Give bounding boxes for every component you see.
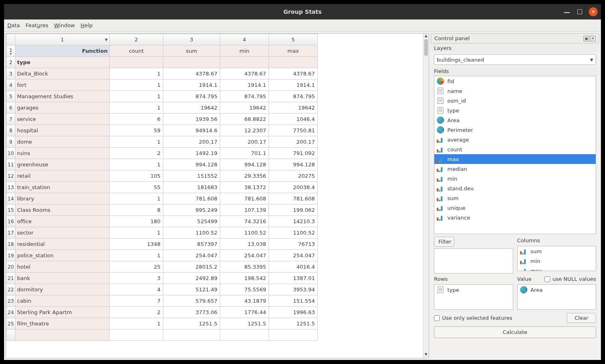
function-label-cell[interactable]: Function <box>15 45 110 57</box>
count-cell[interactable]: 3 <box>110 273 163 284</box>
col-header-3[interactable]: 3 <box>163 34 220 45</box>
type-cell[interactable]: Management Studies <box>15 91 110 102</box>
count-cell[interactable]: 1 <box>110 227 163 239</box>
rows-box[interactable]: type <box>434 284 513 310</box>
type-cell[interactable]: residential <box>15 239 110 250</box>
count-cell[interactable]: 2 <box>110 148 163 159</box>
dock-icon[interactable]: ▣ <box>583 36 589 41</box>
count-cell[interactable]: 6 <box>110 114 163 125</box>
row-header[interactable]: 7 <box>7 114 15 125</box>
type-cell[interactable]: bank <box>15 273 110 284</box>
field-item-unique[interactable]: unique <box>434 203 596 213</box>
max-cell[interactable]: 151.554 <box>269 295 318 307</box>
minimize-button[interactable]: — <box>563 8 571 16</box>
scroll-up-icon[interactable]: ▲ <box>423 34 429 39</box>
field-item-average[interactable]: average <box>434 135 596 144</box>
min-cell[interactable]: 75.5569 <box>220 284 269 295</box>
field-item-median[interactable]: median <box>434 164 596 174</box>
min-cell[interactable]: 29.3356 <box>220 170 269 182</box>
row-header[interactable]: 8 <box>7 125 15 136</box>
vertical-scrollbar[interactable]: ▲ ▼ <box>423 34 429 358</box>
sum-cell[interactable]: 151552 <box>163 170 220 182</box>
sum-cell[interactable]: 28015.2 <box>163 261 220 273</box>
min-cell[interactable]: 4378.67 <box>220 68 269 80</box>
field-item-max[interactable]: max <box>434 154 596 164</box>
min-cell[interactable]: 74.3216 <box>220 216 269 227</box>
count-cell[interactable]: 1348 <box>110 239 163 250</box>
field-item-variance[interactable]: variance <box>434 213 596 222</box>
sum-cell[interactable]: 1100.52 <box>163 227 220 239</box>
field-item-count[interactable]: count <box>434 144 596 154</box>
type-cell[interactable]: service <box>15 114 110 125</box>
field-item-name[interactable]: name <box>434 86 596 96</box>
row-header[interactable]: 21 <box>7 273 15 284</box>
row-header[interactable]: 24 <box>7 307 15 318</box>
count-cell[interactable]: 7 <box>110 295 163 307</box>
count-cell[interactable]: 180 <box>110 216 163 227</box>
max-cell[interactable]: 994.128 <box>269 159 318 170</box>
use-selected-checkbox[interactable] <box>434 315 440 321</box>
count-cell[interactable]: 105 <box>110 170 163 182</box>
max-cell[interactable]: 76713 <box>269 239 318 250</box>
menu-help[interactable]: Help <box>80 22 93 28</box>
box-item-Area[interactable]: Area <box>518 285 596 295</box>
row-header[interactable]: 10 <box>7 148 15 159</box>
box-item-sum[interactable]: sum <box>518 246 596 256</box>
row-header[interactable]: 20 <box>7 261 15 273</box>
min-cell[interactable]: 1776.44 <box>220 307 269 318</box>
max-cell[interactable]: 1046.4 <box>269 114 318 125</box>
row-header[interactable]: 23 <box>7 295 15 307</box>
type-cell[interactable]: Sterling Park Apartm <box>15 307 110 318</box>
sum-cell[interactable]: 4378.67 <box>163 68 220 80</box>
type-cell[interactable]: office <box>15 216 110 227</box>
sum-cell[interactable]: 994.128 <box>163 159 220 170</box>
row-header[interactable]: 18 <box>7 239 15 250</box>
field-item-type[interactable]: type <box>434 106 596 115</box>
row-header[interactable]: 16 <box>7 216 15 227</box>
field-item-sum[interactable]: sum <box>434 193 596 203</box>
max-cell[interactable]: 781.608 <box>269 193 318 205</box>
func-count[interactable]: count <box>110 45 163 57</box>
type-cell[interactable]: cabin <box>15 295 110 307</box>
row-header[interactable]: 17 <box>7 227 15 239</box>
max-cell[interactable]: 20275 <box>269 170 318 182</box>
row-header[interactable]: 12 <box>7 170 15 182</box>
field-item-osm_id[interactable]: osm_id <box>434 96 596 106</box>
type-label-cell[interactable]: type <box>15 57 110 68</box>
sum-cell[interactable]: 1492.19 <box>163 148 220 159</box>
min-cell[interactable]: 1914.1 <box>220 80 269 91</box>
type-cell[interactable]: greenhouse <box>15 159 110 170</box>
count-cell[interactable]: 2 <box>110 307 163 318</box>
row-header-2[interactable]: 2 <box>7 57 15 68</box>
min-cell[interactable]: 43.1879 <box>220 295 269 307</box>
row-header-empty[interactable] <box>7 330 15 341</box>
type-cell[interactable]: film_theatre <box>15 318 110 330</box>
sum-cell[interactable]: 19642 <box>163 102 220 114</box>
min-cell[interactable]: 12.2307 <box>220 125 269 136</box>
count-cell[interactable]: 59 <box>110 125 163 136</box>
row-header[interactable]: 22 <box>7 284 15 295</box>
type-cell[interactable]: dome <box>15 136 110 148</box>
max-cell[interactable]: 874.795 <box>269 91 318 102</box>
count-cell[interactable]: 1 <box>110 102 163 114</box>
func-min[interactable]: min <box>220 45 269 57</box>
max-cell[interactable]: 20038.4 <box>269 182 318 193</box>
count-cell[interactable]: 1 <box>110 159 163 170</box>
max-cell[interactable]: 3953.94 <box>269 284 318 295</box>
field-item-stand.dev.[interactable]: stand.dev. <box>434 183 596 193</box>
scroll-down-icon[interactable]: ▼ <box>423 352 429 358</box>
count-cell[interactable]: 1 <box>110 68 163 80</box>
clear-button[interactable]: Clear <box>567 313 596 323</box>
max-cell[interactable]: 1100.52 <box>269 227 318 239</box>
close-button[interactable]: ✕ <box>589 7 598 16</box>
min-cell[interactable]: 254.047 <box>220 250 269 261</box>
min-cell[interactable]: 107.139 <box>220 205 269 216</box>
type-cell[interactable]: Delta_Block <box>15 68 110 80</box>
type-cell[interactable]: ruins <box>15 148 110 159</box>
max-cell[interactable]: 1996.63 <box>269 307 318 318</box>
filter-button[interactable]: Filter <box>434 237 454 247</box>
min-cell[interactable]: 200.17 <box>220 136 269 148</box>
type-cell[interactable]: fort <box>15 80 110 91</box>
count-cell[interactable]: 55 <box>110 182 163 193</box>
count-cell[interactable]: 1 <box>110 91 163 102</box>
